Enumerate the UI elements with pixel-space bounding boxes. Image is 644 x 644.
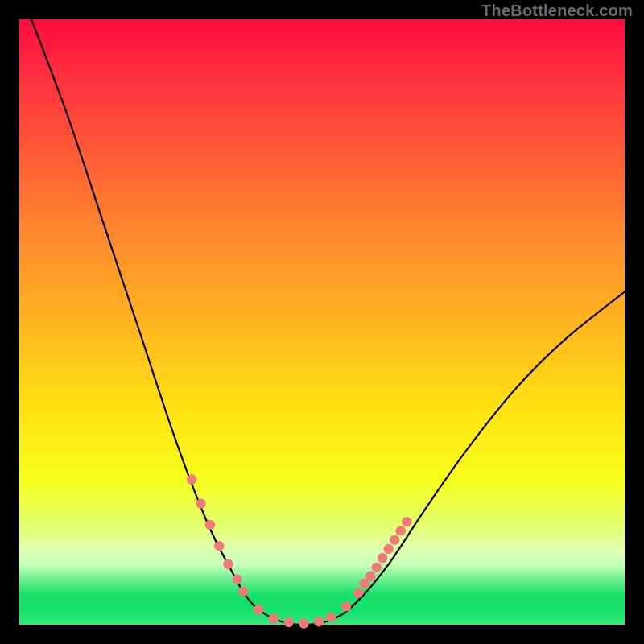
data-point-marker <box>196 498 205 508</box>
data-point-marker <box>372 562 382 572</box>
data-point-marker <box>223 559 233 569</box>
bottleneck-curve <box>31 19 625 625</box>
data-point-marker <box>402 517 411 526</box>
chart-plot-area <box>19 19 625 625</box>
data-point-marker <box>353 588 363 598</box>
data-point-marker <box>187 474 196 484</box>
watermark-text: TheBottleneck.com <box>481 2 633 20</box>
data-point-marker <box>214 541 224 551</box>
data-point-marker <box>314 617 324 626</box>
chart-svg <box>19 19 625 625</box>
data-point-marker <box>233 574 242 584</box>
data-point-marker <box>390 535 399 545</box>
data-point-marker <box>384 544 394 554</box>
data-point-marker <box>341 601 351 611</box>
data-point-marker <box>299 618 308 628</box>
chart-frame <box>13 13 631 631</box>
data-point-marker <box>269 613 279 623</box>
data-point-marker <box>326 613 336 622</box>
data-point-marker <box>238 586 248 596</box>
data-point-marker <box>283 617 293 627</box>
data-point-marker <box>254 605 263 614</box>
data-point-marker <box>365 572 375 581</box>
data-point-marker <box>378 553 387 563</box>
data-point-marker <box>396 526 406 535</box>
data-point-marker <box>205 520 215 530</box>
